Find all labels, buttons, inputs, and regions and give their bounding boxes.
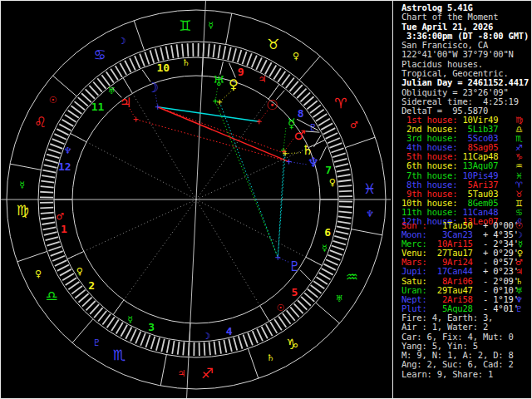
degree-tick bbox=[218, 45, 219, 58]
degree-tick bbox=[223, 46, 225, 59]
sign-glyph-icon: ♍ bbox=[17, 202, 29, 219]
degree-tick bbox=[47, 155, 59, 159]
degree-tick bbox=[219, 341, 221, 354]
planet-degree-pointer bbox=[305, 131, 319, 132]
degree-tick bbox=[214, 342, 215, 355]
house-cusp-spoke bbox=[123, 77, 132, 93]
chart-stat-line: Learn: 9, Share: 1 bbox=[401, 370, 530, 379]
degree-tick bbox=[54, 134, 66, 140]
sign-ruler-glyph-icon: ♃ bbox=[177, 368, 185, 379]
degree-tick bbox=[167, 340, 170, 353]
degree-tick bbox=[229, 338, 232, 352]
degree-tick bbox=[328, 255, 341, 260]
house-ruler-glyph-icon: ♀ bbox=[76, 266, 83, 277]
zodiac-glyph-icon: ♍ bbox=[515, 116, 523, 125]
degree-tick bbox=[45, 160, 57, 163]
zodiac-glyph-icon: ♏ bbox=[515, 134, 523, 143]
degree-tick bbox=[145, 335, 150, 347]
degree-tick bbox=[313, 110, 324, 117]
degree-tick bbox=[224, 340, 226, 353]
degree-tick bbox=[239, 336, 243, 348]
sign-boundary bbox=[160, 355, 166, 386]
aspect-line bbox=[219, 102, 278, 258]
house-ruler-glyph-icon: ☿ bbox=[322, 243, 328, 254]
house-number: 7 bbox=[325, 164, 332, 176]
sign-boundary bbox=[134, 21, 144, 51]
degree-tick bbox=[62, 273, 74, 280]
degree-tick bbox=[55, 260, 66, 266]
degree-tick bbox=[145, 52, 149, 64]
degree-tick bbox=[278, 71, 285, 82]
degree-tick bbox=[52, 139, 65, 144]
degree-tick bbox=[48, 149, 61, 153]
degree-tick bbox=[166, 47, 169, 60]
degree-tick bbox=[334, 236, 347, 239]
degree-tick bbox=[333, 241, 346, 245]
degree-tick bbox=[208, 44, 209, 57]
house-cusp-spoke bbox=[113, 300, 124, 315]
sign-glyph-icon: ♒ bbox=[346, 268, 358, 285]
degree-tick bbox=[107, 317, 115, 328]
degree-tick bbox=[338, 211, 352, 212]
sign-glyph-icon: ♓ bbox=[363, 180, 376, 197]
degree-tick bbox=[116, 66, 122, 77]
sign-ruler-glyph-icon: ☽ bbox=[118, 36, 126, 47]
degree-tick bbox=[338, 180, 352, 182]
zodiac-glyph-icon: ♒ bbox=[515, 161, 523, 170]
degree-tick bbox=[332, 245, 344, 249]
degree-tick bbox=[116, 323, 123, 334]
degree-tick bbox=[52, 256, 65, 261]
degree-tick bbox=[130, 58, 135, 70]
planet-glyph-icon: ♃ bbox=[120, 95, 131, 111]
degree-tick bbox=[247, 53, 252, 66]
sign-ruler-glyph-icon: ♇ bbox=[92, 337, 101, 348]
degree-tick bbox=[329, 143, 342, 148]
sign-boundary bbox=[248, 348, 258, 378]
degree-tick bbox=[233, 48, 236, 61]
degree-tick bbox=[51, 251, 63, 256]
degree-tick bbox=[160, 47, 164, 61]
degree-tick bbox=[335, 164, 348, 167]
sign-ruler-glyph-icon: ☿ bbox=[208, 20, 214, 31]
degree-tick bbox=[68, 111, 79, 118]
degree-tick bbox=[140, 54, 145, 66]
sign-ruler-glyph-icon: ☉ bbox=[49, 95, 57, 106]
degree-tick bbox=[47, 242, 59, 246]
planet-dot-leader bbox=[283, 128, 286, 150]
degree-tick bbox=[188, 43, 189, 57]
house-cusp-line bbox=[113, 200, 196, 315]
degree-tick bbox=[261, 60, 267, 71]
degree-tick bbox=[57, 265, 69, 271]
info-sidebar: Astrolog 5.41GChart of the MomentTue Apr… bbox=[393, 0, 531, 399]
degree-tick bbox=[316, 114, 327, 121]
degree-tick bbox=[183, 342, 184, 355]
zodiac-glyph-icon: ♓ bbox=[515, 171, 523, 180]
zodiac-glyph-icon: ♈ bbox=[515, 180, 523, 190]
degree-tick bbox=[177, 44, 179, 57]
house-ruler-glyph-icon: ☉ bbox=[277, 303, 285, 313]
planet-glyph-icon: ♅ bbox=[213, 73, 224, 89]
house-cusp-spoke bbox=[67, 251, 84, 259]
house-number: 11 bbox=[91, 101, 105, 113]
sign-ruler-glyph-icon: ♆ bbox=[366, 209, 374, 219]
degree-tick bbox=[126, 327, 131, 338]
degree-tick bbox=[40, 208, 53, 209]
zodiac-glyph-icon: ♉ bbox=[515, 190, 523, 199]
degree-tick bbox=[135, 332, 140, 344]
degree-tick bbox=[338, 216, 352, 218]
degree-tick bbox=[270, 322, 277, 333]
zodiac-glyph-icon: ♋ bbox=[515, 208, 523, 217]
degree-tick bbox=[319, 273, 331, 279]
chart-stat-line: Air : 1, Water: 2 bbox=[401, 323, 530, 332]
degree-tick bbox=[256, 57, 262, 70]
planet-block: Sun : 1Tau50 + 0°00'☉Moon: 3Can23 + 4°35… bbox=[401, 221, 530, 313]
house-cusp-line bbox=[123, 77, 196, 200]
degree-tick bbox=[213, 44, 214, 57]
degree-tick bbox=[321, 123, 332, 130]
degree-tick bbox=[228, 47, 231, 61]
degree-tick bbox=[337, 221, 351, 223]
planet-glyph-icon: ♂ bbox=[294, 127, 306, 143]
aspect-line bbox=[215, 101, 278, 258]
degree-tick bbox=[339, 191, 352, 192]
degree-tick bbox=[171, 45, 174, 58]
